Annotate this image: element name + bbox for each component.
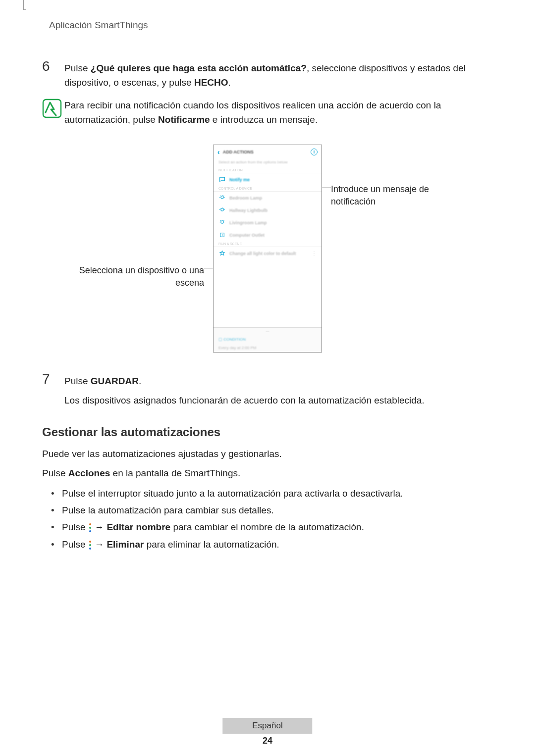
phone-header: ‹ ADD ACTIONS i	[214, 145, 321, 159]
notify-me-label: Notify me	[229, 177, 250, 182]
phone-screenshot: ‹ ADD ACTIONS i Select an action from th…	[213, 145, 322, 353]
bullet-3-bold: Editar nombre	[107, 522, 170, 532]
step-6-text-post: .	[228, 77, 231, 88]
section2-p2-post: en la pantalla de SmartThings.	[110, 468, 240, 478]
bulb-icon	[218, 195, 225, 201]
bullet-3-post: para cambiar el nombre de la automatizac…	[170, 522, 364, 532]
bullet-2: Pulse la automatización para cambiar sus…	[62, 502, 493, 519]
section-notification: NOTIFICATION	[214, 167, 321, 173]
phone-footer: ═ ▢ CONDITION Every day at 2:00 PM	[214, 327, 321, 352]
outlet-icon	[218, 232, 225, 238]
device-label-1: Hallway Lightbulb	[229, 208, 268, 213]
svg-point-3	[220, 221, 223, 223]
device-label-3: Computer Outlet	[229, 233, 265, 238]
step-7-bold: GUARDAR	[91, 376, 139, 386]
more-icon: ⋮	[312, 251, 317, 256]
bullet-1: Pulse el interruptor situado junto a la …	[62, 485, 493, 502]
section2-p2-bold: Acciones	[68, 468, 110, 478]
step-7-body: Pulse GUARDAR. Los dispositivos asignado…	[64, 372, 493, 407]
info-icon: i	[311, 149, 318, 155]
device-row-1: Hallway Lightbulb	[214, 204, 321, 216]
phone-screen-title: ADD ACTIONS	[223, 150, 311, 154]
chat-icon	[218, 176, 225, 183]
star-icon	[218, 250, 225, 256]
page-footer: Español 24	[222, 718, 312, 746]
note-body: Para recibir una notificación cuando los…	[42, 99, 493, 127]
bullet-3: Pulse → Editar nombre para cambiar el no…	[62, 519, 493, 536]
scene-label: Change all light color to default	[229, 251, 296, 256]
footer-detail: Every day at 2:00 PM	[214, 344, 321, 352]
drag-handle-icon: ═	[214, 328, 321, 335]
callout-right-text: Introduce un mensaje de notificación	[331, 184, 429, 206]
step-6-number: 6	[42, 59, 64, 90]
svg-point-1	[220, 196, 223, 199]
callout-right-line	[322, 145, 331, 188]
note-bold: Notificarme	[158, 114, 210, 125]
scene-row: Change all light color to default ⋮	[214, 247, 321, 259]
section-heading-manage: Gestionar las automatizaciones	[42, 425, 493, 439]
step-7: 7 Pulse GUARDAR. Los dispositivos asigna…	[42, 372, 493, 407]
bulb-icon	[218, 219, 225, 226]
back-icon: ‹	[217, 148, 220, 156]
phone-subtitle: Select an action from the options below	[214, 159, 321, 167]
step-6: 6 Pulse ¿Qué quieres que haga esta acció…	[42, 59, 493, 90]
step-7-post: .	[139, 376, 141, 386]
section2-p1: Puede ver las automatizaciones ajustadas…	[42, 447, 493, 461]
callout-left-text: Selecciona un dispositivo o una escena	[75, 264, 204, 289]
note: Para recibir una notificación cuando los…	[42, 99, 493, 127]
callout-left-line	[204, 145, 213, 268]
device-row-0: Bedroom Lamp	[214, 192, 321, 204]
callout-left: Selecciona un dispositivo o una escena	[65, 145, 204, 289]
footer-title: ▢ CONDITION	[214, 335, 321, 344]
more-options-icon	[89, 541, 91, 550]
device-label-2: Livingroom Lamp	[229, 220, 267, 225]
step-6-bold1: ¿Qué quieres que haga esta acción automá…	[91, 63, 307, 73]
bullet-3-arrow: →	[92, 522, 107, 532]
bullet-4-post: para eliminar la automatización.	[144, 539, 279, 550]
bullet-4-arrow: →	[92, 539, 107, 550]
svg-point-2	[220, 208, 223, 211]
section2-p2: Pulse Acciones en la pantalla de SmartTh…	[42, 466, 493, 481]
step-6-body: Pulse ¿Qué quieres que haga esta acción …	[64, 59, 493, 90]
app-title: Aplicación SmartThings	[49, 20, 493, 31]
bullet-4-bold: Eliminar	[107, 539, 144, 550]
bullet-3-pre: Pulse	[62, 522, 88, 532]
notify-me-row: Notify me	[214, 173, 321, 186]
device-row-3: Computer Outlet	[214, 229, 321, 241]
step-7-number: 7	[42, 372, 64, 407]
device-label-0: Bedroom Lamp	[229, 196, 262, 201]
page-tab-handle	[23, 0, 26, 10]
section-scene: RUN A SCENE	[214, 241, 321, 247]
footer-language: Español	[222, 718, 312, 734]
footer-page-number: 24	[222, 736, 312, 746]
bullet-list: Pulse el interruptor situado junto a la …	[42, 485, 493, 553]
step-7-pre: Pulse	[64, 376, 91, 386]
step-7-line2: Los dispositivos asignados funcionarán d…	[64, 395, 425, 405]
figure: Selecciona un dispositivo o una escena ‹…	[42, 145, 493, 353]
note-post: e introduzca un mensaje.	[210, 114, 318, 125]
device-row-2: Livingroom Lamp	[214, 216, 321, 229]
more-options-icon	[89, 523, 91, 532]
bullet-4-pre: Pulse	[62, 539, 88, 550]
section2-p2-pre: Pulse	[42, 468, 68, 478]
bulb-icon	[218, 207, 225, 213]
bullet-4: Pulse → Eliminar para eliminar la automa…	[62, 536, 493, 553]
section-control: CONTROL A DEVICE	[214, 186, 321, 192]
callout-right: Introduce un mensaje de notificación	[331, 145, 470, 208]
step-6-text-pre: Pulse	[64, 63, 91, 73]
step-6-bold2: HECHO	[194, 77, 228, 88]
